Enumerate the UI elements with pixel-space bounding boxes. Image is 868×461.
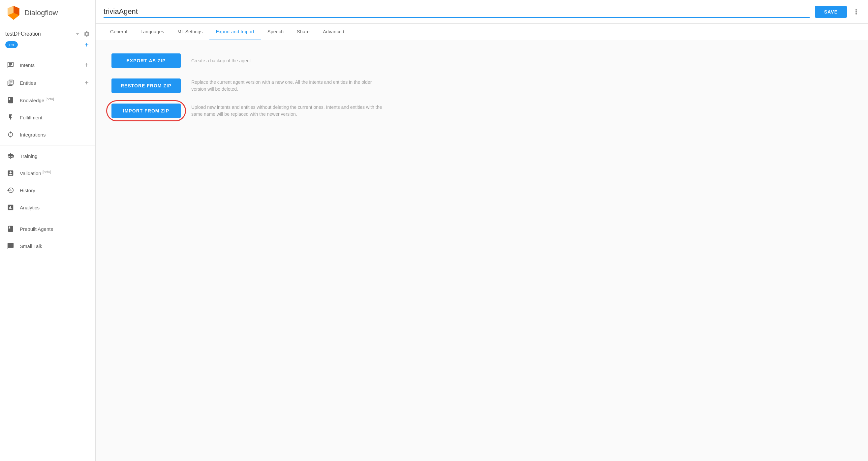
sidebar-item-knowledge[interactable]: Knowledge [beta]: [0, 92, 95, 109]
import-zip-description: Upload new intents and entities without …: [191, 104, 382, 118]
entities-icon: [7, 79, 14, 87]
sidebar-item-analytics[interactable]: Analytics: [0, 199, 95, 216]
more-options-button[interactable]: [852, 8, 860, 16]
settings-icon[interactable]: [84, 31, 90, 37]
knowledge-label: Knowledge [beta]: [20, 97, 54, 103]
integrations-icon: [7, 131, 14, 139]
nav-section: Intents + Entities + Knowledge [beta] Fu…: [0, 56, 95, 461]
import-zip-highlight: IMPORT FROM ZIP: [112, 103, 181, 118]
history-icon: [7, 186, 14, 194]
intents-label: Intents: [20, 62, 35, 68]
prebuilt-agents-icon: [7, 225, 14, 233]
history-label: History: [20, 188, 35, 193]
add-entity-button[interactable]: +: [85, 79, 89, 87]
small-talk-label: Small Talk: [20, 243, 42, 249]
export-zip-button[interactable]: EXPORT AS ZIP: [112, 54, 181, 68]
dialogflow-logo-icon: [7, 6, 21, 20]
more-vert-icon: [852, 8, 860, 16]
sidebar-item-entities[interactable]: Entities +: [0, 74, 95, 92]
agent-controls: [74, 31, 90, 37]
tab-languages[interactable]: Languages: [134, 24, 171, 40]
tab-advanced[interactable]: Advanced: [316, 24, 351, 40]
export-zip-description: Create a backup of the agent: [191, 57, 251, 64]
validation-icon: [7, 169, 14, 177]
nav-divider-2: [0, 218, 95, 218]
sidebar-item-prebuilt-agents[interactable]: Prebuilt Agents: [0, 220, 95, 238]
agent-title-input[interactable]: [103, 6, 810, 18]
sidebar: Dialogflow testDFCreation en + Intents +: [0, 0, 96, 461]
sidebar-logo-area: Dialogflow: [0, 0, 95, 26]
restore-zip-description: Replace the current agent version with a…: [191, 79, 382, 93]
sidebar-item-intents[interactable]: Intents +: [0, 56, 95, 74]
tab-export-import[interactable]: Export and Import: [209, 24, 261, 40]
nav-divider-1: [0, 145, 95, 146]
sidebar-item-history[interactable]: History: [0, 182, 95, 199]
analytics-icon: [7, 204, 14, 211]
tab-speech[interactable]: Speech: [261, 24, 290, 40]
training-icon: [7, 152, 14, 160]
dropdown-icon[interactable]: [74, 31, 81, 37]
add-language-button[interactable]: +: [85, 40, 90, 53]
tab-share[interactable]: Share: [290, 24, 316, 40]
import-zip-button[interactable]: IMPORT FROM ZIP: [112, 103, 181, 118]
analytics-label: Analytics: [20, 205, 39, 210]
agent-section: testDFCreation en +: [0, 26, 95, 56]
training-label: Training: [20, 153, 38, 159]
entities-label: Entities: [20, 80, 36, 86]
fulfillment-icon: [7, 114, 14, 121]
add-intent-button[interactable]: +: [85, 61, 89, 69]
sidebar-item-validation[interactable]: Validation [beta]: [0, 164, 95, 182]
validation-label: Validation [beta]: [20, 170, 51, 176]
tab-general[interactable]: General: [103, 24, 134, 40]
tabs-bar: General Languages ML Settings Export and…: [96, 24, 868, 40]
topbar: SAVE: [96, 0, 868, 24]
agent-name: testDFCreation: [5, 31, 41, 37]
small-talk-icon: [7, 242, 14, 250]
intents-icon: [7, 61, 14, 69]
import-zip-row: IMPORT FROM ZIP Upload new intents and e…: [112, 103, 852, 118]
save-button[interactable]: SAVE: [815, 6, 847, 18]
main-content: SAVE General Languages ML Settings Expor…: [96, 0, 868, 461]
knowledge-icon: [7, 96, 14, 104]
sidebar-item-integrations[interactable]: Integrations: [0, 126, 95, 143]
sidebar-item-fulfillment[interactable]: Fulfillment: [0, 109, 95, 126]
restore-zip-row: RESTORE FROM ZIP Replace the current age…: [112, 79, 852, 93]
language-badge[interactable]: en: [5, 41, 18, 48]
integrations-label: Integrations: [20, 132, 45, 137]
restore-zip-button[interactable]: RESTORE FROM ZIP: [112, 79, 181, 93]
sidebar-item-training[interactable]: Training: [0, 147, 95, 164]
export-zip-row: EXPORT AS ZIP Create a backup of the age…: [112, 54, 852, 68]
content-area: EXPORT AS ZIP Create a backup of the age…: [96, 40, 868, 461]
sidebar-item-small-talk[interactable]: Small Talk: [0, 238, 95, 254]
tab-ml-settings[interactable]: ML Settings: [171, 24, 209, 40]
fulfillment-label: Fulfillment: [20, 115, 42, 120]
prebuilt-agents-label: Prebuilt Agents: [20, 226, 53, 232]
app-name: Dialogflow: [24, 8, 58, 17]
